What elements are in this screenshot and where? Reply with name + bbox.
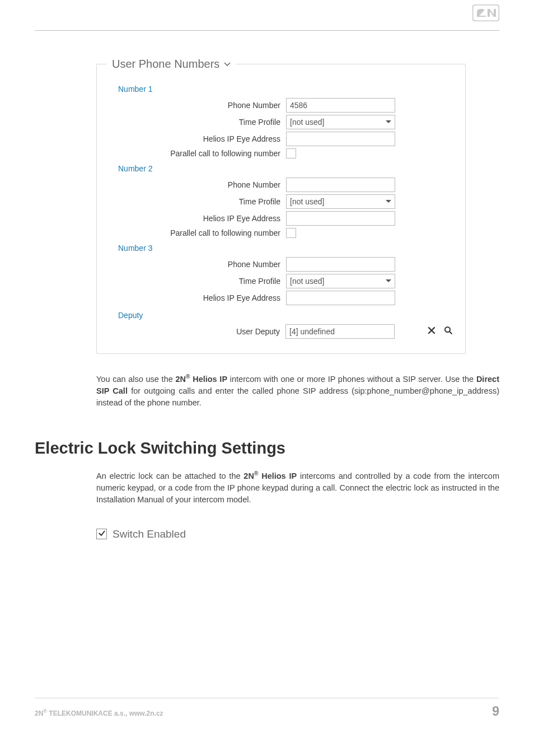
section-header-number2: Number 2 [118,164,455,173]
section-header-number3: Number 3 [118,244,455,253]
dropdown-arrow-icon [385,198,392,206]
label-user-deputy: User Deputy [107,327,285,336]
switch-enabled-label: Switch Enabled [113,528,186,540]
parallel-2-checkbox[interactable] [286,228,296,238]
section-header-deputy: Deputy [118,311,455,320]
label-phone-number-1: Phone Number [107,101,286,110]
paragraph-electric-lock: An electric lock can be attached to the … [96,470,499,506]
panel-title-toggle[interactable]: User Phone Numbers [106,58,236,71]
label-time-profile-1: Time Profile [107,118,286,127]
label-time-profile-2: Time Profile [107,197,286,206]
label-helios-1: Helios IP Eye Address [107,134,286,143]
deputy-clear-button[interactable] [425,325,438,338]
check-icon [98,529,106,539]
label-parallel-2: Parallel call to following number [107,228,286,237]
label-phone-number-3: Phone Number [107,260,286,269]
helios-2-input[interactable] [286,211,395,226]
label-helios-3: Helios IP Eye Address [107,293,286,302]
footer-divider [35,698,499,698]
user-deputy-input[interactable] [285,324,395,339]
phone-number-1-input[interactable] [286,98,395,113]
helios-1-input[interactable] [286,132,395,146]
time-profile-2-select[interactable]: [not used] [286,194,395,209]
label-time-profile-3: Time Profile [107,277,286,286]
deputy-search-button[interactable] [442,325,455,338]
phone-number-2-input[interactable] [286,178,395,192]
close-icon [428,326,435,337]
time-profile-3-select[interactable]: [not used] [286,274,395,288]
label-phone-number-2: Phone Number [107,180,286,189]
paragraph-direct-sip: You can also use the 2N® Helios IP inter… [96,373,499,409]
helios-3-input[interactable] [286,291,395,305]
time-profile-1-value: [not used] [290,118,325,127]
search-icon [444,326,453,337]
brand-logo [472,4,499,24]
heading-electric-lock: Electric Lock Switching Settings [35,439,499,458]
phone-number-3-input[interactable] [286,257,395,272]
time-profile-2-value: [not used] [290,197,325,206]
footer-company: 2N® TELEKOMUNIKACE a.s., www.2n.cz [35,708,163,717]
header-divider [35,30,499,31]
section-header-number1: Number 1 [118,85,455,94]
page-number: 9 [492,704,499,719]
dropdown-arrow-icon [385,118,392,126]
user-phone-numbers-panel: User Phone Numbers Number 1 Phone Number… [96,64,466,354]
panel-title: User Phone Numbers [112,58,219,71]
time-profile-3-value: [not used] [290,277,325,286]
label-helios-2: Helios IP Eye Address [107,214,286,223]
label-parallel-1: Parallel call to following number [107,149,286,158]
dropdown-arrow-icon [385,277,392,285]
time-profile-1-select[interactable]: [not used] [286,115,395,129]
chevron-down-icon [224,62,231,67]
parallel-1-checkbox[interactable] [286,148,296,158]
switch-enabled-checkbox[interactable] [96,529,107,539]
